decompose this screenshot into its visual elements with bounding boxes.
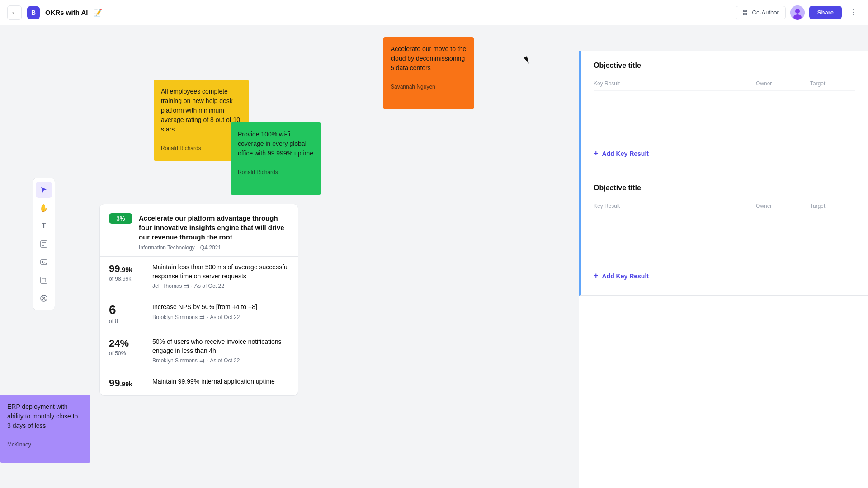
kr-metric-4: 99.99k — [109, 377, 145, 389]
kr-row-2: 6 of 8 Increase NPS by 50% [from +4 to +… — [100, 296, 298, 331]
sticky-tool[interactable] — [36, 236, 52, 252]
kr-date-1: As of Oct 22 — [194, 283, 224, 289]
kr-main-3: 24% — [109, 338, 145, 349]
plugin-icon — [40, 294, 48, 302]
okr-header: 3% Accelerate our platform advantage thr… — [100, 204, 298, 256]
add-key-result-2[interactable]: + Add Key Result — [594, 267, 855, 284]
avatar-image — [790, 5, 805, 20]
objective-1-title[interactable]: Objective title — [594, 61, 855, 70]
back-button[interactable]: ← — [7, 5, 22, 20]
sticky-note-icon — [40, 240, 48, 248]
app-title: OKRs with AI — [45, 9, 88, 16]
image-tool[interactable] — [36, 254, 52, 270]
objective-2-title[interactable]: Objective title — [594, 184, 855, 192]
topbar: ← B OKRs with AI 📝 Co-Author Share ⋮ — [0, 0, 868, 25]
sticky-green-text: Provide 100% wi-fi coverage in every glo… — [238, 130, 314, 158]
okr-meta: Information Technology Q4 2021 — [139, 244, 289, 251]
svg-rect-0 — [743, 10, 745, 12]
plugin-tool[interactable] — [36, 290, 52, 306]
sticky-orange-text: Accelerate our move to the cloud by deco… — [391, 44, 467, 73]
okr-card: 3% Accelerate our platform advantage thr… — [99, 204, 298, 396]
svg-rect-1 — [745, 10, 747, 12]
coauthor-button[interactable]: Co-Author — [736, 6, 786, 19]
kr-info-3: Brooklyn Simmons ⇉ · As of Oct 22 — [152, 357, 289, 364]
kr-desc-block-2: Increase NPS by 50% [from +4 to +8] Broo… — [152, 303, 257, 321]
right-panel: Objective title Key Result Owner Target … — [579, 51, 868, 488]
obj-table-body-1 — [594, 94, 855, 140]
svg-point-6 — [793, 14, 802, 20]
hand-icon: ✋ — [39, 204, 48, 212]
sticky-note-green[interactable]: Provide 100% wi-fi coverage in every glo… — [231, 122, 321, 195]
image-icon — [40, 258, 48, 266]
kr-main-1: 99.99k — [109, 263, 145, 275]
add-kr-label-1: Add Key Result — [602, 150, 649, 157]
coauthor-icon — [742, 9, 750, 16]
col-target-2: Target — [810, 203, 855, 209]
sticky-note-purple[interactable]: ERP deployment with ability to monthly c… — [0, 395, 90, 463]
kr-description-4: Maintain 99.99% internal application upt… — [152, 377, 275, 386]
svg-rect-2 — [743, 13, 745, 15]
frame-icon — [40, 276, 48, 284]
sticky-note-orange[interactable]: Accelerate our move to the cloud by deco… — [383, 37, 474, 109]
okr-department: Information Technology — [139, 244, 195, 251]
add-kr-plus-icon-1: + — [594, 149, 599, 158]
svg-rect-3 — [745, 13, 747, 15]
okr-quarter: Q4 2021 — [200, 244, 221, 251]
frame-tool[interactable] — [36, 272, 52, 288]
kr-date-3: As of Oct 22 — [210, 357, 240, 364]
kr-main-2: 6 — [109, 303, 145, 317]
kr-row-1: 99.99k of 98.99k Maintain less than 500 … — [100, 257, 298, 296]
coauthor-label: Co-Author — [752, 9, 779, 16]
topbar-right: Co-Author Share ⋮ — [736, 5, 861, 20]
kr-of-1: of 98.99k — [109, 276, 145, 282]
kr-owner-1: Jeff Thomas — [152, 283, 182, 289]
kr-share-icon-3: ⇉ — [199, 357, 205, 364]
title-emoji: 📝 — [93, 8, 102, 17]
kr-date-2: As of Oct 22 — [210, 314, 240, 320]
kr-info-2: Brooklyn Simmons ⇉ · As of Oct 22 — [152, 314, 257, 321]
objective-section-1: Objective title Key Result Owner Target … — [579, 51, 868, 173]
add-key-result-1[interactable]: + Add Key Result — [594, 145, 855, 162]
okr-title: Accelerate our platform advantage throug… — [139, 213, 289, 242]
left-toolbar: ✋ T — [33, 178, 55, 310]
obj-table-header-1: Key Result Owner Target — [594, 77, 855, 91]
more-button[interactable]: ⋮ — [846, 5, 861, 20]
select-tool[interactable] — [36, 182, 52, 198]
hand-tool[interactable]: ✋ — [36, 200, 52, 216]
kr-share-icon-2: ⇉ — [199, 314, 205, 321]
okr-title-block: Accelerate our platform advantage throug… — [139, 213, 289, 251]
kr-of-3: of 50% — [109, 350, 145, 357]
obj-table-body-2 — [594, 217, 855, 262]
sticky-yellow-text: All employees complete training on new h… — [161, 87, 241, 134]
percent-badge: 3% — [109, 213, 132, 224]
canvas: All employees complete training on new h… — [0, 25, 868, 488]
text-icon: T — [42, 222, 46, 230]
svg-rect-13 — [41, 277, 47, 283]
kr-description-3: 50% of users who receive invoice notific… — [152, 338, 289, 355]
kr-metric-2: 6 of 8 — [109, 303, 145, 324]
text-tool[interactable]: T — [36, 218, 52, 234]
obj-table-header-2: Key Result Owner Target — [594, 199, 855, 213]
kr-description-2: Increase NPS by 50% [from +4 to +8] — [152, 303, 257, 312]
kr-owner-2: Brooklyn Simmons — [152, 314, 198, 320]
kr-desc-block-4: Maintain 99.99% internal application upt… — [152, 377, 275, 388]
kr-desc-block-3: 50% of users who receive invoice notific… — [152, 338, 289, 364]
kr-share-icon-1: ⇉ — [184, 282, 189, 290]
kr-of-2: of 8 — [109, 318, 145, 324]
share-button[interactable]: Share — [809, 6, 842, 19]
col-kr-2: Key Result — [594, 203, 756, 209]
kr-owner-3: Brooklyn Simmons — [152, 357, 198, 364]
kr-row-4: 99.99k Maintain 99.99% internal applicat… — [100, 371, 298, 395]
svg-rect-14 — [42, 278, 46, 282]
back-icon: ← — [11, 9, 18, 17]
kr-metric-1: 99.99k of 98.99k — [109, 263, 145, 282]
col-owner-2: Owner — [756, 203, 810, 209]
col-owner-1: Owner — [756, 80, 810, 87]
col-target-1: Target — [810, 80, 855, 87]
col-kr-1: Key Result — [594, 80, 756, 87]
sticky-orange-author: Savannah Nguyen — [391, 84, 467, 90]
user-avatar — [790, 5, 805, 20]
kr-metric-3: 24% of 50% — [109, 338, 145, 357]
more-icon: ⋮ — [850, 8, 857, 17]
kr-row-3: 24% of 50% 50% of users who receive invo… — [100, 331, 298, 371]
